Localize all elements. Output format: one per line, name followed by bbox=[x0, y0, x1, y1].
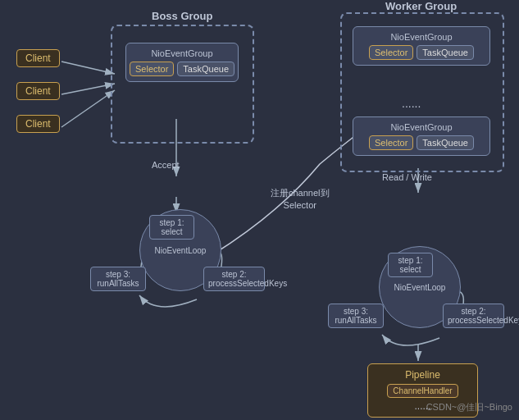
worker-step1: step 1: select bbox=[388, 253, 433, 277]
diagram: Client Client Client Boss Group NioEvent… bbox=[0, 0, 519, 420]
worker-step2: step 2: processSelectedKeys bbox=[443, 304, 504, 328]
channel-handler: ChannelHandler bbox=[387, 384, 458, 398]
client-1: Client bbox=[16, 49, 60, 67]
worker-nio-event-group-2: NioEventGroup Selector TaskQueue bbox=[353, 116, 490, 156]
worker-tag-row-2: Selector TaskQueue bbox=[360, 135, 483, 150]
worker-selector-tag-2: Selector bbox=[369, 135, 413, 150]
boss-nio-label: NioEventGroup bbox=[133, 48, 231, 58]
worker-nio-label-1: NioEventGroup bbox=[360, 32, 483, 42]
svg-line-4 bbox=[61, 90, 115, 127]
worker-event-loop-label: NioEventLoop bbox=[394, 283, 446, 292]
boss-tag-row: Selector TaskQueue bbox=[133, 62, 231, 76]
worker-group-label: Worker Group bbox=[385, 0, 457, 12]
worker-nio-event-group-1: NioEventGroup Selector TaskQueue bbox=[353, 26, 490, 66]
watermark: CSDN~@佳旧~Bingo bbox=[426, 401, 512, 413]
boss-group-label: Boss Group bbox=[152, 10, 212, 22]
boss-selector-tag: Selector bbox=[130, 62, 174, 76]
boss-step2: step 2: processSelectedKeys bbox=[203, 267, 265, 291]
accept-label: Accept bbox=[152, 160, 180, 170]
client-2: Client bbox=[16, 82, 60, 100]
client-3: Client bbox=[16, 115, 60, 133]
worker-tag-row-1: Selector TaskQueue bbox=[360, 45, 483, 60]
boss-taskqueue-tag: TaskQueue bbox=[177, 62, 234, 76]
svg-line-3 bbox=[61, 84, 115, 94]
worker-taskqueue-tag-2: TaskQueue bbox=[417, 135, 474, 150]
register-channel-label: 注册channel到 Selector bbox=[271, 187, 330, 212]
worker-taskqueue-tag-1: TaskQueue bbox=[417, 45, 474, 60]
boss-step3: step 3: runAllTasks bbox=[90, 267, 146, 291]
svg-line-2 bbox=[61, 62, 115, 74]
boss-step1: step 1: select bbox=[149, 215, 194, 240]
boss-nio-event-group: NioEventGroup Selector TaskQueue bbox=[125, 43, 239, 82]
boss-event-loop-label: NioEventLoop bbox=[155, 246, 207, 255]
worker-nio-label-2: NioEventGroup bbox=[360, 122, 483, 132]
worker-dots-1: ...... bbox=[402, 97, 421, 110]
pipeline-label: Pipeline bbox=[376, 369, 469, 381]
worker-selector-tag-1: Selector bbox=[369, 45, 413, 60]
worker-step3: step 3: runAllTasks bbox=[328, 304, 384, 328]
read-write-label: Read / Write bbox=[382, 172, 432, 182]
